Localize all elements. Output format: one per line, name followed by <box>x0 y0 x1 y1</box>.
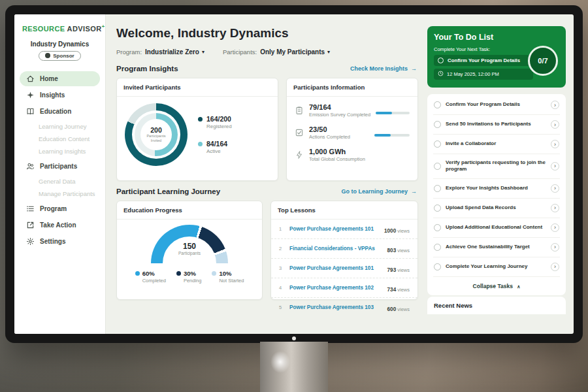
task-checkbox[interactable] <box>434 121 441 128</box>
due-date-label: 12 May 2025, 12:00 PM <box>447 71 499 77</box>
task-checkbox[interactable] <box>434 101 441 108</box>
collapse-tasks-button[interactable]: Collapse Tasks ∧ <box>433 277 560 294</box>
sidebar-item-learning-insights[interactable]: Learning Insights <box>14 145 105 157</box>
lesson-views: 1000 <box>384 228 396 234</box>
lesson-row: 1 Power Purchase Agreements 101 1000view… <box>271 220 417 239</box>
donut-center-value: 200 <box>150 126 162 134</box>
participants-filter[interactable]: Participants: Only My Participants ▾ <box>223 48 330 56</box>
task-row-explore-insights[interactable]: Explore Your Insights Dashboard › <box>433 179 560 199</box>
task-row-upload-spend-data[interactable]: Upload Spend Data Records › <box>433 199 560 218</box>
sidebar-item-take-action[interactable]: Take Action <box>20 218 100 233</box>
lesson-rank: 1 <box>279 226 284 232</box>
sidebar-item-learning-journey[interactable]: Learning Journey <box>14 120 105 133</box>
todo-progress-value: 0/7 <box>538 57 547 65</box>
task-checkbox[interactable] <box>434 185 441 192</box>
task-row-upload-educational-content[interactable]: Upload Additional Educational Content › <box>433 218 560 238</box>
energy-icon <box>295 150 304 159</box>
chevron-right-icon[interactable]: › <box>551 120 559 129</box>
sidebar-item-education[interactable]: Education <box>20 104 100 119</box>
task-row-invite-collaborator[interactable]: Invite a Collaborator › <box>433 135 560 154</box>
task-checkbox[interactable] <box>434 244 441 251</box>
chevron-right-icon[interactable]: › <box>551 184 559 193</box>
chevron-right-icon[interactable]: › <box>551 263 559 271</box>
brand-primary: RESOURCE <box>22 25 65 33</box>
education-legend: 60% Completed 30% Pending 10% Not Starte… <box>135 270 244 284</box>
task-row-achieve-target[interactable]: Achieve One Sustainability Target › <box>433 238 560 257</box>
legend-item: 164/200 Registered <box>198 115 232 129</box>
task-checkbox[interactable] <box>434 224 441 231</box>
sidebar-item-manage-participants[interactable]: Manage Participants <box>14 188 105 200</box>
task-checkbox[interactable] <box>434 140 441 148</box>
todo-panel: Your To Do List Complete Your Next Task:… <box>426 14 574 334</box>
legend-value: 84/164 <box>206 140 227 148</box>
section-title: Program Insights <box>116 65 178 73</box>
lesson-link[interactable]: Power Purchase Agreements 103 <box>289 304 382 310</box>
chevron-right-icon[interactable]: › <box>551 140 559 148</box>
task-checkbox[interactable] <box>434 163 441 170</box>
chevron-right-icon[interactable]: › <box>551 204 559 212</box>
monitor-camera-dot <box>292 336 296 340</box>
sidebar-item-program[interactable]: Program <box>20 201 100 216</box>
lesson-link[interactable]: Power Purchase Agreements 102 <box>289 285 382 291</box>
go-to-learning-journey-link[interactable]: Go to Learning Journey → <box>341 188 417 195</box>
views-word: views <box>397 248 410 253</box>
invited-chart-body: 200 Participants Invited 164/200 Registe… <box>117 97 278 172</box>
legend-value: 164/200 <box>206 115 232 123</box>
task-checkbox[interactable] <box>434 263 441 270</box>
sidebar-item-label: Program <box>40 205 67 212</box>
stat-value: 1,000 GWh <box>309 148 369 155</box>
task-checkbox[interactable] <box>438 57 444 63</box>
card-title: Invited Participants <box>117 78 278 97</box>
task-checkbox[interactable] <box>434 204 441 212</box>
education-progress-card: Education Progress 150 Participants <box>116 201 263 300</box>
lesson-rank: 2 <box>279 246 284 252</box>
lesson-link[interactable]: Financial Considerations - VPPAs <box>289 246 382 252</box>
due-date-row: 12 May 2025, 12:00 PM <box>434 69 533 80</box>
participants-filter-value: Only My Participants <box>260 48 325 56</box>
task-label: Upload Spend Data Records <box>446 204 546 211</box>
legend-label: Not Started <box>219 278 244 284</box>
sidebar-item-general-data[interactable]: General Data <box>14 175 105 188</box>
chevron-right-icon[interactable]: › <box>551 101 559 109</box>
chevron-down-icon[interactable]: ▾ <box>327 49 330 55</box>
card-title: Participants Information <box>287 78 417 97</box>
sidebar-item-settings[interactable]: Settings <box>20 234 100 249</box>
task-label: Verify participants requesting to join t… <box>446 159 546 173</box>
legend-dot-completed <box>135 271 140 276</box>
lesson-views: 793 <box>387 267 397 273</box>
chevron-down-icon[interactable]: ▾ <box>202 49 204 55</box>
card-title: Top Lessons <box>271 201 417 220</box>
sidebar-item-education-content[interactable]: Education Content <box>14 133 105 145</box>
filters-row: Program: Industrialize Zero ▾ Participan… <box>116 48 418 56</box>
sidebar-item-participants[interactable]: Participants <box>20 159 100 174</box>
lesson-link[interactable]: Power Purchase Agreements 101 <box>289 226 379 232</box>
program-filter[interactable]: Program: Industrialize Zero ▾ <box>116 48 204 56</box>
task-label: Confirm Your Program Details <box>446 101 546 108</box>
chevron-right-icon[interactable]: › <box>551 162 559 171</box>
lesson-link[interactable]: Power Purchase Agreements 101 <box>289 265 382 271</box>
participants-info-card: Participants Information 79/164 Emission… <box>286 78 418 181</box>
clock-icon <box>438 71 444 78</box>
task-row-confirm-program[interactable]: Confirm Your Program Details › <box>433 95 560 115</box>
next-task-row[interactable]: Confirm Your Program Details <box>434 55 533 66</box>
chevron-right-icon[interactable]: › <box>551 243 559 252</box>
task-row-complete-learning-journey[interactable]: Complete Your Learning Journey › <box>433 257 560 277</box>
task-row-send-invitations[interactable]: Send 50 Invitations to Participants › <box>433 115 560 135</box>
recent-news-header[interactable]: Recent News <box>427 297 566 314</box>
sidebar-item-insights[interactable]: Insights <box>20 88 100 103</box>
lesson-rank: 4 <box>279 285 284 291</box>
views-word: views <box>397 306 410 312</box>
task-row-verify-participants[interactable]: Verify participants requesting to join t… <box>433 154 560 179</box>
task-label: Complete Your Learning Journey <box>446 263 546 270</box>
sponsor-icon <box>45 53 50 58</box>
chevron-right-icon[interactable]: › <box>551 223 559 232</box>
program-filter-value: Industrialize Zero <box>145 48 199 56</box>
check-more-insights-link[interactable]: Check More Insights → <box>350 65 417 72</box>
program-insights-header: Program Insights Check More Insights → <box>116 65 417 73</box>
collapse-label: Collapse Tasks <box>473 283 513 289</box>
legend-label: Registered <box>206 123 232 129</box>
stat-label: Actions Completed <box>309 134 369 140</box>
insights-icon <box>26 91 35 99</box>
lesson-views: 803 <box>387 248 397 253</box>
sidebar-item-home[interactable]: Home <box>20 71 100 86</box>
